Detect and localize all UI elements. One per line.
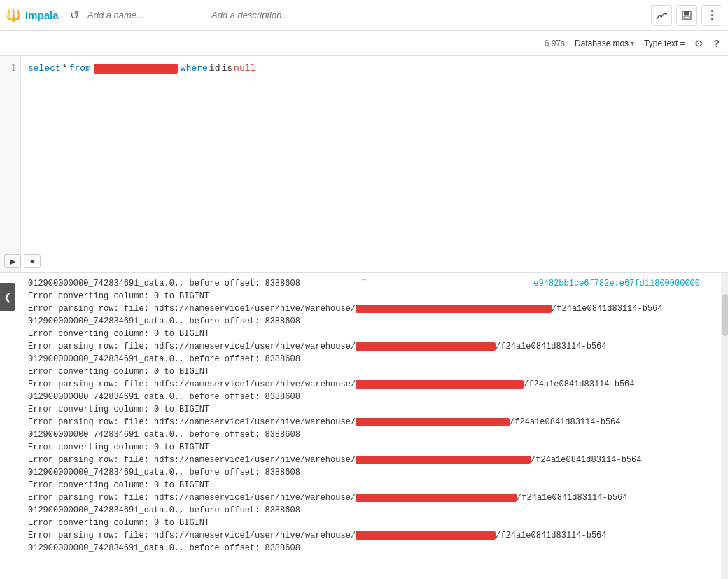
- type-label: Type: [644, 39, 662, 48]
- error-offset-3: 012900000000_742834691_data.0., before o…: [28, 391, 700, 403]
- undo-button[interactable]: ↺: [67, 6, 82, 25]
- help-icon: ?: [713, 38, 720, 49]
- error-offset-5: 012900000000_742834691_data.0., before o…: [28, 466, 700, 479]
- error-convert-7: Error converting column: 0 to BIGINT: [28, 517, 700, 529]
- error-convert-3: Error converting column: 0 to BIGINT: [28, 365, 700, 378]
- error-offset-7: 012900000000_742834691_data.0., before o…: [28, 542, 700, 554]
- back-button[interactable]: ❮: [0, 283, 15, 311]
- error-convert-2: Error converting column: 0 to BIGINT: [28, 328, 700, 340]
- back-icon: ❮: [4, 291, 12, 302]
- brand-name: Impala: [25, 9, 59, 21]
- error-log-text-0: 012900000000_742834691_data.0., before o…: [28, 279, 300, 288]
- name-input[interactable]: [88, 10, 206, 20]
- results-panel: ··· ❮ 012900000000_742834691_data.0., be…: [0, 273, 728, 579]
- error-parse-3: Error parsing row: file: hdfs://nameserv…: [28, 378, 700, 391]
- sql-null-keyword: null: [234, 62, 255, 75]
- error-convert-5: Error converting column: 0 to BIGINT: [28, 441, 700, 454]
- settings-button[interactable]: ⚙: [694, 38, 704, 49]
- panel-collapse-button[interactable]: ···: [361, 276, 367, 284]
- description-input[interactable]: [211, 10, 645, 20]
- scrollbar-track[interactable]: [721, 273, 728, 579]
- error-log: 012900000000_742834691_data.0., before o…: [28, 277, 700, 554]
- sql-select-keyword: select: [28, 62, 61, 75]
- save-button[interactable]: [676, 5, 697, 26]
- sql-star: *: [62, 62, 68, 75]
- brand-logo: 🔱 Impala: [6, 8, 62, 23]
- database-name: mos: [612, 39, 629, 48]
- top-bar-actions: ⋮: [651, 5, 722, 26]
- sql-where-keyword: where: [181, 62, 208, 75]
- type-chevron-icon: =: [680, 39, 685, 48]
- line-number-1: 1: [0, 62, 16, 75]
- save-icon: [682, 11, 692, 20]
- error-parse-4: Error parsing row: file: hdfs://nameserv…: [28, 416, 700, 428]
- error-parse-7: Error parsing row: file: hdfs://nameserv…: [28, 529, 700, 542]
- error-convert-6: Error converting column: 0 to BIGINT: [28, 479, 700, 491]
- sql-is-keyword: is: [221, 62, 232, 75]
- editor-bottom-controls: ▶ ■: [4, 254, 41, 268]
- error-convert-4: Error converting column: 0 to BIGINT: [28, 403, 700, 416]
- sql-from-keyword: from: [69, 62, 91, 75]
- more-button[interactable]: ⋮: [701, 5, 722, 26]
- error-parse-1: Error parsing row: file: hdfs://nameserv…: [28, 302, 700, 315]
- collapse-icon: ···: [361, 276, 367, 284]
- impala-icon: 🔱: [6, 8, 21, 23]
- sql-id-column: id: [209, 62, 220, 75]
- error-offset-2: 012900000000_742834691_data.0., before o…: [28, 353, 700, 365]
- top-toolbar: 🔱 Impala ↺ ⋮: [0, 0, 728, 31]
- svg-rect-1: [684, 11, 690, 15]
- error-convert-1: Error converting column: 0 to BIGINT: [28, 290, 700, 302]
- run-button[interactable]: ▶: [4, 254, 21, 268]
- error-parse-6: Error parsing row: file: hdfs://nameserv…: [28, 491, 700, 504]
- database-selector[interactable]: Database mos ▾: [575, 39, 634, 48]
- help-button[interactable]: ?: [713, 38, 720, 49]
- more-icon: ⋮: [706, 8, 718, 22]
- error-uuid-link[interactable]: e9482bb1ce6f782e:e67fd11800000000: [533, 279, 700, 288]
- error-offset-1: 012900000000_742834691_data.0., before o…: [28, 315, 700, 328]
- sql-line-1: select * from where id is null: [28, 62, 721, 75]
- svg-rect-2: [684, 16, 690, 19]
- line-number-gutter: 1: [0, 56, 21, 272]
- editor-content[interactable]: select * from where id is null: [21, 56, 728, 272]
- type-value: text: [664, 39, 678, 48]
- type-selector[interactable]: Type text =: [644, 39, 685, 48]
- chart-icon: [656, 11, 667, 20]
- chevron-down-icon: ▾: [631, 39, 634, 47]
- error-parse-2: Error parsing row: file: hdfs://nameserv…: [28, 340, 700, 353]
- execution-timing: 6.97s: [545, 39, 565, 48]
- scrollbar-thumb[interactable]: [722, 294, 728, 336]
- error-offset-4: 012900000000_742834691_data.0., before o…: [28, 428, 700, 441]
- chart-button[interactable]: [651, 5, 672, 26]
- error-parse-5: Error parsing row: file: hdfs://nameserv…: [28, 454, 700, 466]
- sql-editor: 1 select * from where id is null ▶ ■: [0, 56, 728, 273]
- error-offset-6: 012900000000_742834691_data.0., before o…: [28, 504, 700, 517]
- second-toolbar: 6.97s Database mos ▾ Type text = ⚙ ?: [0, 31, 728, 56]
- database-label: Database: [575, 39, 610, 48]
- gear-icon: ⚙: [694, 38, 704, 49]
- results-inner: ··· ❮ 012900000000_742834691_data.0., be…: [0, 274, 728, 560]
- sql-table-name-redacted: [94, 64, 178, 74]
- stop-button[interactable]: ■: [24, 254, 41, 268]
